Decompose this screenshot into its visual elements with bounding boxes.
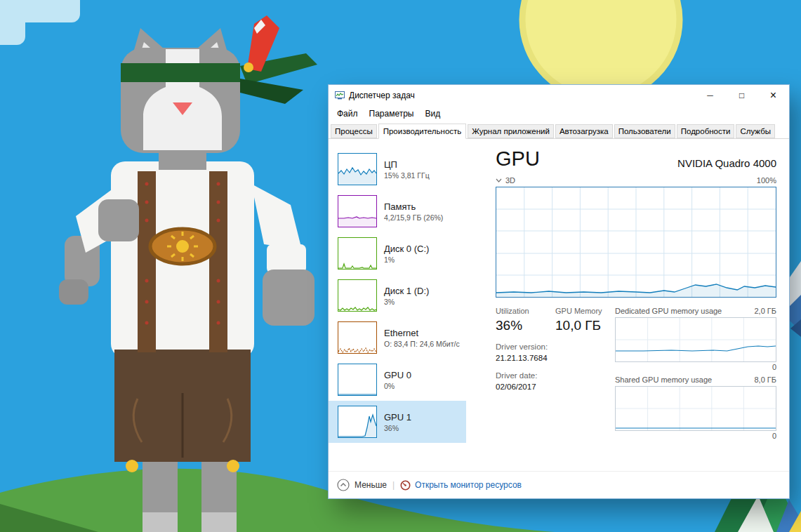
sidebar-item-disk1[interactable]: Диск 1 (D:) 3%	[329, 274, 466, 317]
minimize-button[interactable]: ─	[694, 85, 726, 105]
titlebar[interactable]: Диспетчер задач ─ □ ×	[329, 85, 789, 105]
memory-mini-chart	[338, 195, 377, 227]
driver-version-label: Driver version:	[496, 343, 615, 351]
tab-details[interactable]: Подробности	[677, 124, 735, 138]
tab-users[interactable]: Пользователи	[614, 124, 675, 138]
tab-processes[interactable]: Процессы	[331, 124, 377, 138]
menu-view[interactable]: Вид	[419, 107, 446, 121]
ethernet-mini-chart	[338, 321, 377, 354]
gpu-utilization-chart	[496, 187, 776, 298]
maximize-button[interactable]: □	[726, 85, 757, 105]
sidebar-item-memory[interactable]: Память 4,2/15,9 ГБ (26%)	[329, 190, 466, 232]
shared-memory-block: Shared GPU memory usage 8,0 ГБ	[615, 375, 776, 440]
dedicated-memory-label: Dedicated GPU memory usage	[615, 307, 722, 315]
shared-memory-max: 8,0 ГБ	[754, 375, 776, 384]
show-less-button[interactable]: Меньше	[337, 479, 387, 491]
tab-performance[interactable]: Производительность	[378, 124, 467, 139]
driver-date-label: Driver date:	[496, 371, 615, 380]
footer-separator: |	[392, 480, 395, 490]
task-manager-window: Диспетчер задач ─ □ × Файл Параметры Вид…	[328, 84, 790, 499]
utilization-label: Utilization	[496, 307, 555, 315]
menu-bar: Файл Параметры Вид	[329, 105, 789, 121]
cpu-mini-chart	[338, 153, 377, 185]
tab-app-history[interactable]: Журнал приложений	[468, 124, 554, 138]
sidebar-item-ethernet[interactable]: Ethernet О: 83,4 П: 24,6 Мбит/с	[329, 317, 466, 359]
task-manager-icon	[335, 91, 345, 100]
chevron-down-icon[interactable]	[496, 178, 502, 182]
dedicated-memory-min: 0	[615, 363, 776, 371]
dedicated-memory-chart	[615, 317, 776, 362]
sidebar-item-gpu1[interactable]: GPU 1 36%	[329, 401, 466, 443]
menu-file[interactable]: Файл	[331, 107, 364, 121]
chevron-up-circle-icon	[337, 479, 350, 491]
sidebar-item-cpu[interactable]: ЦП 15% 3,81 ГГц	[329, 148, 466, 190]
window-title: Диспетчер задач	[349, 91, 415, 100]
resource-monitor-gauge-icon	[400, 480, 411, 491]
driver-date-value: 02/06/2017	[496, 383, 615, 391]
gpu-memory-value: 10,0 ГБ	[555, 318, 615, 333]
open-resource-monitor-link[interactable]: Открыть монитор ресурсов	[400, 480, 522, 491]
gpu-device-name: NVIDIA Quadro 4000	[677, 157, 776, 169]
sidebar-item-gpu0[interactable]: GPU 0 0%	[329, 359, 466, 401]
gpu0-mini-chart	[338, 364, 377, 396]
gpu-memory-label: GPU Memory	[555, 307, 615, 315]
tab-services[interactable]: Службы	[736, 124, 775, 138]
shared-memory-min: 0	[615, 432, 776, 440]
graph-max-label: 100%	[757, 176, 776, 185]
gpu-panel: GPU NVIDIA Quadro 4000 3D 100%	[466, 139, 789, 471]
disk1-mini-chart	[338, 279, 377, 312]
dedicated-memory-block: Dedicated GPU memory usage 2,0 ГБ	[615, 307, 776, 371]
dedicated-memory-max: 2,0 ГБ	[754, 307, 776, 315]
utilization-value: 36%	[496, 318, 555, 333]
menu-options[interactable]: Параметры	[364, 107, 420, 121]
shared-memory-label: Shared GPU memory usage	[615, 375, 712, 384]
footer-bar: Меньше | Открыть монитор ресурсов	[329, 471, 789, 498]
graph-engine-label[interactable]: 3D	[505, 176, 515, 185]
sidebar-item-disk0[interactable]: Диск 0 (C:) 1%	[329, 232, 466, 274]
performance-sidebar: ЦП 15% 3,81 ГГц Память 4,2/15,9 ГБ (26%)	[329, 139, 466, 471]
tab-startup[interactable]: Автозагрузка	[555, 124, 613, 138]
shared-memory-chart	[615, 386, 776, 431]
gpu1-mini-chart	[338, 406, 377, 438]
tab-strip: Процессы Производительность Журнал прило…	[329, 121, 789, 139]
disk0-mini-chart	[338, 237, 377, 270]
page-title: GPU	[496, 149, 540, 169]
close-button[interactable]: ×	[757, 85, 789, 105]
driver-version-value: 21.21.13.7684	[496, 354, 615, 362]
